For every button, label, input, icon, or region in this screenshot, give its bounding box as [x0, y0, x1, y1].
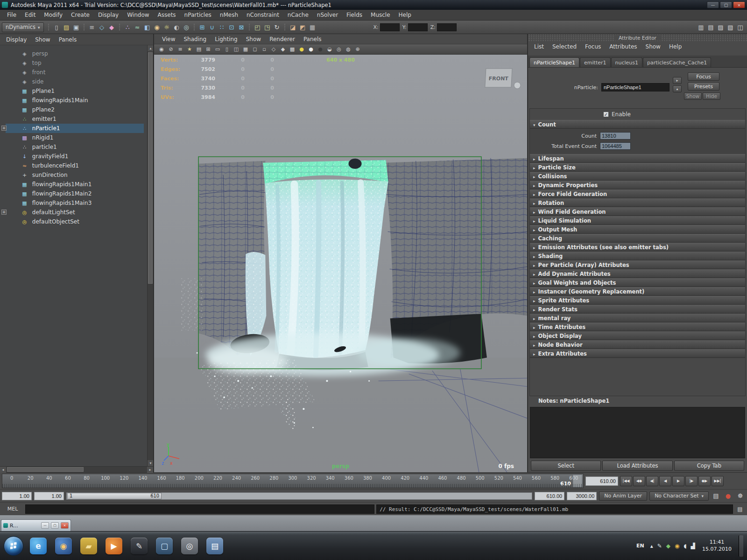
- attribute-value-field[interactable]: [600, 132, 631, 140]
- go-to-end-button[interactable]: ▶▶|: [712, 476, 724, 486]
- anim-end-field[interactable]: [567, 492, 597, 500]
- playback-start-field[interactable]: [34, 492, 64, 500]
- viewport-menu-item[interactable]: View: [158, 35, 179, 43]
- outliner-item[interactable]: flowingRapids1Main2: [6, 189, 144, 198]
- playback-end-field[interactable]: [535, 492, 564, 500]
- snap-curve-icon[interactable]: ∪: [207, 22, 217, 32]
- status-icon[interactable]: [283, 22, 287, 32]
- viewport-menu-item[interactable]: Panels: [299, 35, 326, 43]
- ae-menu-item[interactable]: List: [530, 42, 548, 51]
- anim-start-field[interactable]: [2, 492, 32, 500]
- scroll-left-icon[interactable]: [0, 467, 6, 473]
- expand-icon[interactable]: [1, 210, 7, 215]
- section-header[interactable]: Shading: [530, 252, 745, 260]
- menubar-item[interactable]: Create: [67, 10, 94, 20]
- ae-menu-item[interactable]: Selected: [548, 42, 581, 51]
- step-forward-frame-button[interactable]: |▶: [685, 476, 698, 486]
- outliner-item[interactable]: defaultObjectSet: [6, 217, 144, 226]
- step-forward-key-button[interactable]: ◆▶: [698, 476, 711, 486]
- outliner-item[interactable]: flowingRapids1Main: [6, 96, 144, 105]
- menubar-item[interactable]: nParticles: [180, 10, 216, 20]
- tab-nparticleshape1[interactable]: nParticleShape1: [529, 57, 579, 67]
- gate-mask-icon[interactable]: ◫: [232, 45, 241, 54]
- section-header[interactable]: Object Display: [530, 331, 745, 340]
- view-grid-icon[interactable]: ⊞: [204, 45, 213, 54]
- show-button[interactable]: Show: [684, 92, 702, 100]
- outliner-item[interactable]: nParticle1: [6, 124, 144, 133]
- playhead[interactable]: [573, 475, 582, 487]
- language-indicator[interactable]: EN: [634, 542, 646, 550]
- anim-preferences-icon[interactable]: ☸: [735, 491, 745, 501]
- current-time-field[interactable]: [585, 476, 618, 486]
- outliner-item[interactable]: particle1: [6, 142, 144, 152]
- outliner-item[interactable]: side: [6, 77, 144, 86]
- pen-input-icon[interactable]: ✎: [657, 543, 662, 549]
- outliner-item[interactable]: nRigid1: [6, 133, 144, 142]
- coord-input[interactable]: [380, 23, 400, 31]
- shadows-icon[interactable]: ◒: [325, 45, 334, 54]
- outliner-menu-item[interactable]: Panels: [55, 35, 81, 44]
- disc-burn-icon[interactable]: ◎: [181, 538, 198, 554]
- open-scene-icon[interactable]: ▨: [62, 22, 71, 32]
- menubar-item[interactable]: Window: [123, 10, 153, 20]
- status-icon[interactable]: [82, 22, 86, 32]
- outliner-item[interactable]: front: [6, 68, 144, 77]
- play-forwards-button[interactable]: ▶: [672, 476, 684, 486]
- command-result[interactable]: // Result: C:/DCC@SSD/Maya/MayaSSD_test/…: [376, 504, 733, 514]
- focus-button[interactable]: Focus: [688, 72, 719, 81]
- auto-key-icon[interactable]: ●: [723, 491, 733, 501]
- mask-curves-icon[interactable]: ≈: [133, 22, 142, 32]
- media-player-icon[interactable]: ▶: [106, 538, 122, 554]
- outliner-item[interactable]: pPlane1: [6, 86, 144, 96]
- menubar-item[interactable]: Help: [395, 10, 416, 20]
- outliner-item[interactable]: top: [6, 58, 144, 68]
- save-scene-icon[interactable]: ▣: [71, 22, 81, 32]
- outliner-menu-item[interactable]: Display: [2, 35, 31, 44]
- presets-button[interactable]: Presets: [688, 82, 719, 91]
- image-plane-icon[interactable]: ▤: [194, 45, 204, 54]
- lighting-all-icon[interactable]: ●: [306, 45, 316, 54]
- coord-input[interactable]: [437, 23, 457, 31]
- toggle-panel-icon[interactable]: ◫: [735, 22, 745, 32]
- status-icon[interactable]: [118, 22, 122, 32]
- anim-layer-button[interactable]: No Anim Layer: [599, 491, 647, 501]
- show-channel-box-icon[interactable]: ▥: [696, 22, 706, 32]
- tab-particlescache-cache1[interactable]: particlesCache_Cache1: [643, 57, 711, 67]
- section-header[interactable]: Caching: [530, 234, 745, 243]
- coord-input[interactable]: [408, 23, 428, 31]
- minimize-button[interactable]: —: [707, 1, 719, 8]
- show-layer-editor-icon[interactable]: ▤: [706, 22, 716, 32]
- script-editor-icon[interactable]: [735, 504, 745, 514]
- section-header[interactable]: Emission Attributes (see also emitter ta…: [530, 243, 745, 252]
- outliner-item[interactable]: sunDirection: [6, 170, 144, 180]
- menubar-item[interactable]: nCache: [283, 10, 313, 20]
- menubar-item[interactable]: Modify: [40, 10, 67, 20]
- ipr-render-icon[interactable]: ◩: [298, 22, 308, 32]
- exposure-icon[interactable]: ⊕: [353, 45, 362, 54]
- smooth-shade-icon[interactable]: ◆: [278, 45, 288, 54]
- minimized-window[interactable]: R...: [1, 519, 71, 531]
- maximize-button[interactable]: [51, 522, 59, 529]
- maximize-button[interactable]: ▢: [720, 1, 732, 8]
- section-header[interactable]: Dynamic Properties: [530, 181, 745, 189]
- safe-action-icon[interactable]: ◻: [250, 45, 260, 54]
- mask-deformations-icon[interactable]: ◉: [152, 22, 162, 32]
- viewport-menu-item[interactable]: Renderer: [265, 35, 299, 43]
- section-header[interactable]: mental ray: [530, 314, 745, 322]
- network-icon[interactable]: ▟: [691, 543, 695, 549]
- close-button[interactable]: [61, 522, 69, 529]
- viewport-canvas[interactable]: FRONT Verts: 3779 0 0 Edges:: [154, 55, 527, 472]
- outliner-item[interactable]: flowingRapids1Main3: [6, 198, 144, 208]
- wireframe-icon[interactable]: ◇: [269, 45, 278, 54]
- section-header[interactable]: Sprite Attributes: [530, 296, 745, 305]
- play-backwards-button[interactable]: ◀: [659, 476, 671, 486]
- menubar-item[interactable]: nMesh: [216, 10, 242, 20]
- tab-nucleus1[interactable]: nucleus1: [611, 57, 643, 67]
- select-object-icon[interactable]: ◇: [97, 22, 107, 32]
- select-button[interactable]: Select: [531, 461, 601, 471]
- section-header[interactable]: Force Field Generation: [530, 189, 745, 198]
- range-slider-handle[interactable]: 1 610: [67, 493, 162, 499]
- section-header[interactable]: Goal Weights and Objects: [530, 278, 745, 287]
- step-back-frame-button[interactable]: ◀|: [646, 476, 658, 486]
- time-slider[interactable]: 0204060801001201401601802002202402602803…: [2, 474, 584, 488]
